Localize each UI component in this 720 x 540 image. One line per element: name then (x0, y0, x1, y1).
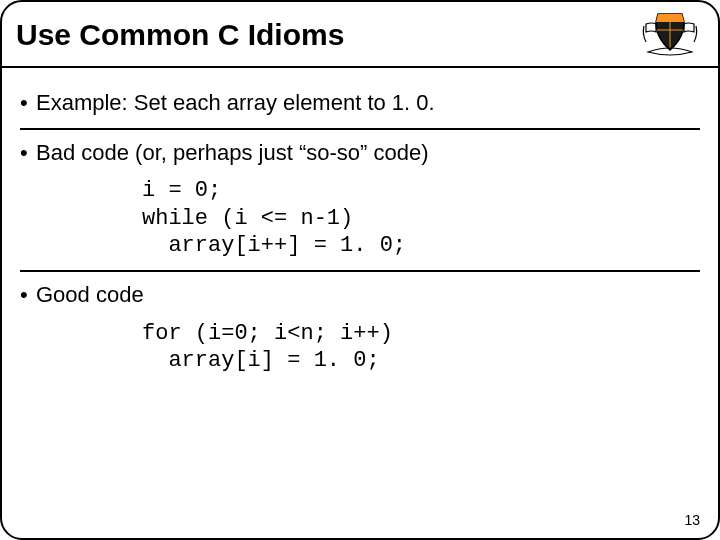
bullet-bad-code: • Bad code (or, perhaps just “so-so” cod… (20, 138, 700, 168)
title-row: Use Common C Idioms (2, 2, 718, 66)
code-block-bad: i = 0; while (i <= n-1) array[i++] = 1. … (142, 177, 700, 260)
bullet-dot-icon: • (20, 280, 36, 310)
slide-title: Use Common C Idioms (16, 18, 344, 52)
bullet-example: • Example: Set each array element to 1. … (20, 88, 700, 118)
divider (20, 270, 700, 272)
slide: Use Common C Idioms • Example: Set each … (0, 0, 720, 540)
code-block-good: for (i=0; i<n; i++) array[i] = 1. 0; (142, 320, 700, 375)
bullet-text: Bad code (or, perhaps just “so-so” code) (36, 138, 429, 168)
slide-content: • Example: Set each array element to 1. … (2, 68, 718, 395)
page-number: 13 (684, 512, 700, 528)
bullet-text: Good code (36, 280, 144, 310)
divider (20, 128, 700, 130)
bullet-dot-icon: • (20, 138, 36, 168)
bullet-text: Example: Set each array element to 1. 0. (36, 88, 435, 118)
princeton-shield-icon (640, 8, 700, 62)
bullet-dot-icon: • (20, 88, 36, 118)
bullet-good-code: • Good code (20, 280, 700, 310)
